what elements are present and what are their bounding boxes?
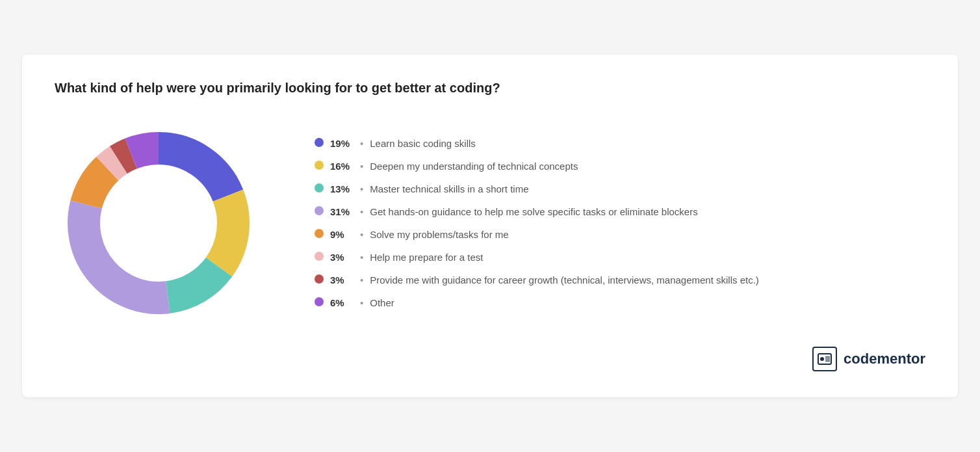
legend-label: Master technical skills in a short time: [370, 182, 528, 196]
legend-label: Other: [370, 296, 394, 310]
legend-item: 6%• Other: [315, 296, 925, 310]
legend-dot: [315, 252, 324, 261]
legend: 19%• Learn basic coding skills16%• Deepe…: [315, 137, 925, 310]
legend-dot: [315, 138, 324, 147]
survey-card: What kind of help were you primarily loo…: [22, 55, 958, 397]
legend-bullet: •: [360, 205, 363, 219]
legend-bullet: •: [360, 273, 363, 287]
legend-pct: 9%: [330, 228, 354, 241]
brand-logo: codementor: [812, 347, 925, 371]
donut-chart: [55, 119, 263, 327]
legend-label: Help me prepare for a test: [370, 250, 483, 264]
legend-pct: 19%: [330, 137, 354, 150]
legend-pct: 3%: [330, 250, 354, 264]
footer: codementor: [55, 347, 925, 371]
legend-bullet: •: [360, 228, 363, 241]
legend-item: 13%• Master technical skills in a short …: [315, 182, 925, 196]
legend-pct: 3%: [330, 273, 354, 287]
legend-label: Provide me with guidance for career grow…: [370, 273, 759, 287]
survey-question: What kind of help were you primarily loo…: [55, 81, 925, 96]
legend-dot: [315, 161, 324, 170]
legend-pct: 6%: [330, 296, 354, 310]
donut-svg: [55, 119, 263, 327]
legend-bullet: •: [360, 296, 363, 310]
legend-dot: [315, 183, 324, 193]
legend-dot: [315, 274, 324, 284]
chart-area: 19%• Learn basic coding skills16%• Deepe…: [55, 119, 925, 327]
legend-dot: [315, 229, 324, 238]
legend-label: Get hands-on guidance to help me solve s…: [370, 205, 697, 219]
legend-dot: [315, 297, 324, 306]
svg-point-1: [820, 357, 824, 361]
legend-pct: 16%: [330, 159, 354, 173]
brand-name: codementor: [844, 351, 925, 367]
legend-item: 3%• Provide me with guidance for career …: [315, 273, 925, 287]
legend-bullet: •: [360, 182, 363, 196]
legend-bullet: •: [360, 250, 363, 264]
legend-item: 31%• Get hands-on guidance to help me so…: [315, 205, 925, 219]
legend-item: 16%• Deepen my understanding of technica…: [315, 159, 925, 173]
legend-item: 9%• Solve my problems/tasks for me: [315, 228, 925, 241]
brand-icon: [812, 347, 837, 371]
legend-bullet: •: [360, 159, 363, 173]
legend-pct: 31%: [330, 205, 354, 219]
legend-pct: 13%: [330, 182, 354, 196]
legend-label: Solve my problems/tasks for me: [370, 228, 508, 241]
legend-item: 3%• Help me prepare for a test: [315, 250, 925, 264]
legend-item: 19%• Learn basic coding skills: [315, 137, 925, 150]
legend-label: Learn basic coding skills: [370, 137, 476, 150]
legend-label: Deepen my understanding of technical con…: [370, 159, 578, 173]
legend-bullet: •: [360, 137, 363, 150]
legend-dot: [315, 206, 324, 215]
